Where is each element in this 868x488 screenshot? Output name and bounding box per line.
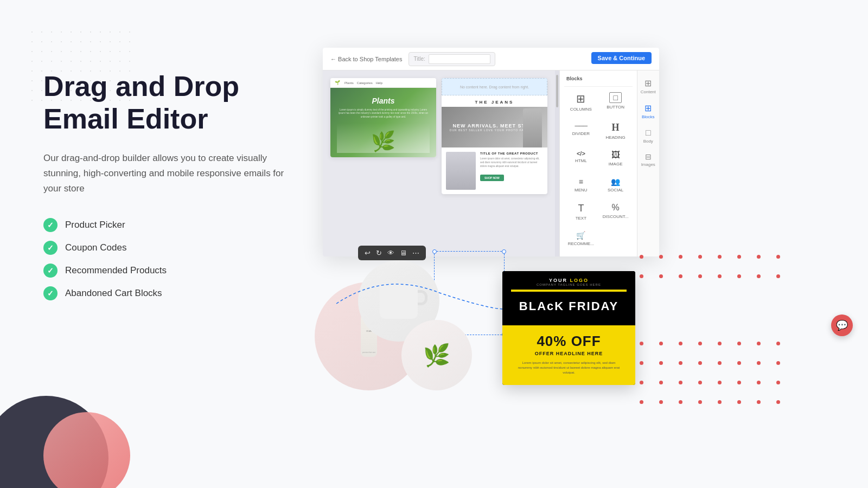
social-icon: 👥: [611, 177, 620, 186]
heading-block[interactable]: H HEADING: [599, 119, 633, 146]
bf-black-friday-title: BLAcK FRIDAY: [511, 295, 627, 321]
dot: [659, 400, 663, 404]
recommend-block[interactable]: 🛒 RECOMME...: [564, 228, 598, 252]
menu-icon: ≡: [579, 177, 583, 186]
content-icon: ⊞: [644, 78, 652, 88]
mug-illustration: [380, 284, 418, 319]
dot: [659, 342, 663, 345]
divider-icon: ───: [575, 122, 588, 130]
images-tab[interactable]: ⊟ Images: [637, 149, 660, 170]
bf-tagline: COMPANY TAGLINE GOES HERE: [511, 283, 627, 286]
dot: [718, 361, 722, 365]
body-icon: □: [646, 128, 651, 138]
email-editor-mockup: ← Back to Shop Templates Title: Save & C…: [323, 48, 659, 256]
dot: [698, 274, 702, 278]
dot: [776, 361, 780, 365]
floating-products-area: OUAI premium hair care 🌿: [288, 255, 532, 412]
feature-item: Product Picker: [43, 218, 347, 232]
jeans-hero-image: NEW ARRIVALS. MEET STYLE OUR BEST SELLER…: [442, 107, 547, 147]
bf-logo: YOUR LOGO: [511, 278, 627, 283]
bf-yellow-bar: [511, 290, 627, 292]
button-block[interactable]: □ BUTTON: [599, 89, 633, 118]
dot: [640, 381, 643, 384]
bf-offer-headline: OFFER HEADLINE HERE: [511, 351, 627, 356]
dot: [698, 255, 702, 259]
plants-email-template: 🌱 Plants Categories Help Plants Lorem ip…: [330, 78, 436, 157]
image-block[interactable]: 🖼 IMAGE: [599, 147, 633, 172]
bf-body-text: Lorem ipsum dolor sit amet, consectetur …: [511, 361, 627, 375]
dot: [757, 381, 761, 384]
dot: [659, 274, 663, 278]
dot: [679, 255, 682, 259]
feature-item: Coupon Codes: [43, 241, 347, 255]
html-icon: </>: [577, 150, 585, 157]
title-input-field[interactable]: Title:: [409, 52, 495, 66]
dot: [679, 361, 682, 365]
dot: [679, 274, 682, 278]
plant-product-circle: 🌿: [401, 320, 472, 390]
plants-hero-section: Plants Lorem ipsum is simply dummy text …: [330, 88, 436, 157]
dot: [757, 274, 761, 278]
blocks-tab[interactable]: ⊞ Blocks: [637, 100, 660, 123]
html-block[interactable]: </> HTML: [564, 147, 598, 172]
black-friday-email-template: YOUR LOGO COMPANY TAGLINE GOES HERE BLAc…: [502, 271, 635, 385]
social-block[interactable]: 👥 SOCIAL: [599, 174, 633, 198]
feature-label: Product Picker: [65, 220, 125, 230]
plants-nav: 🌱 Plants Categories Help: [330, 78, 436, 88]
dot: [640, 400, 643, 404]
dot: [718, 255, 722, 259]
images-tab-icon: ⊟: [645, 152, 652, 161]
dot: [718, 381, 722, 384]
dot: [737, 381, 741, 384]
columns-block[interactable]: ⊞ COLUMNS: [564, 89, 598, 118]
plants-description: Lorem ipsum is simply dummy text of the …: [337, 108, 430, 119]
jeans-brand-name: THE JEANS: [442, 95, 547, 107]
plants-title: Plants: [337, 97, 430, 105]
outer-right-tabs: ⊞ Content ⊞ Blocks □ Body ⊟ Images: [637, 70, 660, 256]
bottle-bottom-label: premium hair care: [362, 351, 375, 354]
dot: [737, 361, 741, 365]
editor-topbar: ← Back to Shop Templates Title: Save & C…: [323, 48, 659, 70]
check-icon: [43, 286, 58, 300]
jeans-empty-drop-area: No content here. Drag content from right…: [442, 78, 547, 95]
dot: [718, 342, 722, 345]
dot: [659, 361, 663, 365]
chat-widget-button[interactable]: 💬: [831, 314, 853, 336]
jeans-cta-button[interactable]: SHOP NOW: [480, 175, 504, 181]
title-input[interactable]: [429, 54, 491, 64]
bf-email-header: YOUR LOGO COMPANY TAGLINE GOES HERE BLAc…: [502, 271, 635, 325]
back-to-templates-link[interactable]: ← Back to Shop Templates: [330, 56, 402, 62]
dot: [659, 255, 663, 259]
save-continue-button[interactable]: Save & Continue: [591, 52, 652, 64]
content-tab[interactable]: ⊞ Content: [637, 75, 660, 98]
hero-subtext: Our drag-and-drop builder allows you to …: [43, 151, 304, 196]
image-icon: 🖼: [611, 150, 620, 160]
dot: [776, 342, 780, 345]
dot: [737, 342, 741, 345]
scrollbar-thumb[interactable]: [556, 75, 558, 107]
feature-label: Coupon Codes: [65, 242, 126, 253]
text-block[interactable]: T TEXT: [564, 200, 598, 227]
title-label: Title:: [413, 56, 425, 62]
dot: [737, 400, 741, 404]
body-tab[interactable]: □ Body: [637, 125, 660, 147]
dot: [718, 274, 722, 278]
plants-image: 🌿: [337, 123, 430, 153]
dot: [776, 274, 780, 278]
blocks-panel-title: Blocks: [564, 75, 633, 87]
dot: [757, 342, 761, 345]
check-icon: [43, 264, 58, 278]
blocks-tab-icon: ⊞: [644, 103, 652, 113]
discount-icon: %: [612, 203, 620, 213]
divider-block[interactable]: ─── DIVIDER: [564, 119, 598, 146]
editor-body: 🌱 Plants Categories Help Plants Lorem ip…: [323, 70, 659, 256]
dots-right-bottom: [631, 333, 788, 412]
recommend-icon: 🛒: [576, 231, 585, 240]
editor-scrollbar[interactable]: [555, 70, 559, 256]
button-icon: □: [609, 92, 621, 103]
dot: [737, 274, 741, 278]
menu-block[interactable]: ≡ MENU: [564, 174, 598, 198]
discount-block[interactable]: % DISCOUNT...: [599, 200, 633, 227]
editor-canvas: 🌱 Plants Categories Help Plants Lorem ip…: [323, 70, 555, 256]
text-icon: T: [578, 203, 584, 214]
